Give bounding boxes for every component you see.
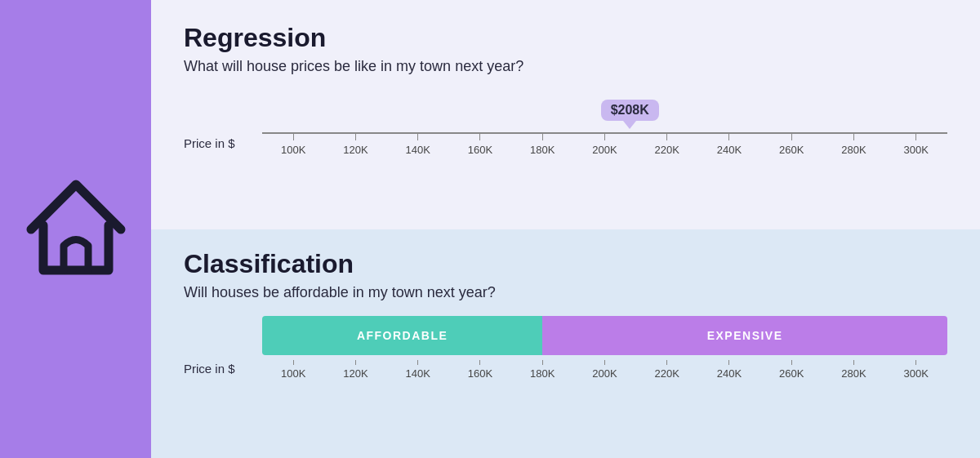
- tick-mark: [604, 134, 605, 140]
- regression-axis-label: Price in $: [184, 136, 249, 152]
- tick-text: 100K: [281, 367, 305, 380]
- classification-scale-row: Price in $ 100K120K140K160K180K200K220K2…: [184, 360, 947, 380]
- tick-item: 140K: [387, 360, 449, 380]
- tick-label: 260K: [779, 144, 804, 156]
- tick-line: [791, 360, 792, 365]
- tick-text: 180K: [530, 367, 555, 380]
- tick-line: [542, 360, 543, 365]
- tick-item: 240K: [698, 360, 760, 380]
- sidebar: [0, 0, 151, 458]
- tick-item: 120K: [324, 360, 386, 380]
- tick-text: 160K: [468, 367, 492, 380]
- classification-subtitle: Will houses be affordable in my town nex…: [184, 284, 947, 301]
- tick-text: 260K: [779, 367, 804, 380]
- expensive-label: EXPENSIVE: [707, 329, 783, 342]
- tick-item: 100K: [262, 360, 324, 380]
- classification-tick-row: 100K120K140K160K180K200K220K240K260K280K…: [262, 360, 947, 380]
- tick-item: 260K: [760, 134, 822, 156]
- classification-title: Classification: [184, 249, 947, 279]
- tick-item: 280K: [822, 134, 884, 156]
- tick-label: 140K: [405, 144, 430, 156]
- regression-tick-marks: 100K120K140K160K180K200K220K240K260K280K…: [262, 132, 947, 156]
- classification-bars-container: AFFORDABLE EXPENSIVE: [262, 316, 947, 355]
- tick-text: 200K: [592, 367, 617, 380]
- price-bubble: $208K: [601, 100, 659, 121]
- tick-mark: [293, 134, 294, 140]
- tick-label: 120K: [343, 144, 368, 156]
- regression-title: Regression: [184, 23, 947, 53]
- tick-mark: [417, 134, 418, 140]
- tick-item: 280K: [822, 360, 884, 380]
- tick-item: 200K: [573, 134, 635, 156]
- tick-text: 140K: [405, 367, 430, 380]
- tick-label: 180K: [530, 144, 555, 156]
- tick-text: 280K: [841, 367, 866, 380]
- tick-mark: [853, 134, 854, 140]
- tick-line: [604, 360, 605, 365]
- classification-axis-label: Price in $: [184, 362, 249, 377]
- regression-chart: $208K Price in $ 100K120K140K160K180K200…: [184, 90, 947, 210]
- regression-scale-row: Price in $ 100K120K140K160K180K200K220K2…: [184, 132, 947, 156]
- tick-line: [417, 360, 418, 365]
- regression-subtitle: What will house prices be like in my tow…: [184, 58, 947, 75]
- tick-item: 120K: [324, 134, 386, 156]
- tick-item: 220K: [636, 360, 698, 380]
- tick-item: 160K: [449, 360, 511, 380]
- tick-mark: [728, 134, 729, 140]
- tick-item: 200K: [573, 360, 635, 380]
- tick-text: 240K: [717, 367, 742, 380]
- tick-mark: [542, 134, 543, 140]
- tick-item: 180K: [511, 360, 573, 380]
- classification-section: Classification Will houses be affordable…: [151, 229, 980, 459]
- regression-section: Regression What will house prices be lik…: [151, 0, 980, 229]
- tick-item: 100K: [262, 134, 324, 156]
- regression-indicator-row: $208K: [262, 90, 947, 131]
- tick-label: 220K: [655, 144, 679, 156]
- tick-line: [666, 360, 667, 365]
- tick-item: 300K: [885, 360, 947, 380]
- tick-label: 280K: [841, 144, 866, 156]
- tick-item: 180K: [511, 134, 573, 156]
- classification-chart: AFFORDABLE EXPENSIVE Price in $ 100K120K…: [184, 316, 947, 436]
- tick-text: 120K: [343, 367, 368, 380]
- tick-line: [728, 360, 729, 365]
- tick-label: 160K: [468, 144, 492, 156]
- house-icon: [23, 176, 129, 282]
- affordable-label: AFFORDABLE: [357, 329, 448, 342]
- tick-mark: [479, 134, 480, 140]
- affordable-bar: AFFORDABLE: [262, 316, 542, 355]
- tick-item: 140K: [387, 134, 449, 156]
- tick-item: 160K: [449, 134, 511, 156]
- tick-line: [479, 360, 480, 365]
- tick-mark: [915, 134, 916, 140]
- tick-mark: [791, 134, 792, 140]
- tick-label: 200K: [592, 144, 617, 156]
- tick-text: 300K: [904, 367, 929, 380]
- tick-text: 220K: [655, 367, 679, 380]
- tick-line: [915, 360, 916, 365]
- tick-item: 220K: [636, 134, 698, 156]
- tick-label: 300K: [904, 144, 929, 156]
- tick-mark: [666, 134, 667, 140]
- tick-line: [853, 360, 854, 365]
- tick-line: [355, 360, 356, 365]
- main-content: Regression What will house prices be lik…: [151, 0, 980, 458]
- tick-item: 260K: [760, 360, 822, 380]
- tick-item: 300K: [885, 134, 947, 156]
- tick-label: 240K: [717, 144, 742, 156]
- expensive-bar: EXPENSIVE: [542, 316, 947, 355]
- tick-label: 100K: [281, 144, 305, 156]
- tick-mark: [355, 134, 356, 140]
- tick-line: [293, 360, 294, 365]
- tick-item: 240K: [698, 134, 760, 156]
